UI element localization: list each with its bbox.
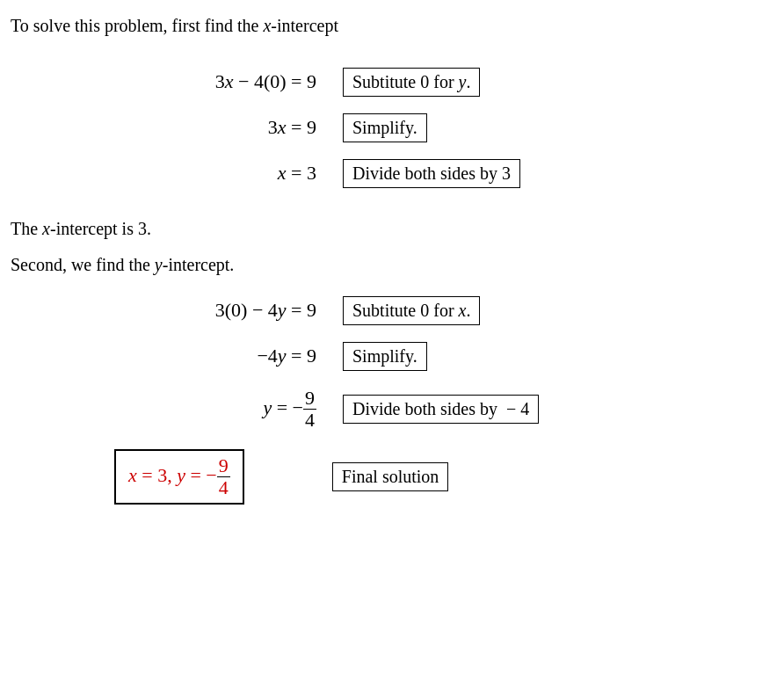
math-expr-1: 3x − 4(0) = 9 — [9, 70, 343, 93]
step-row-1: 3x − 4(0) = 9 Subtitute 0 for y. — [9, 62, 775, 101]
math-expr-4: 3(0) − 4y = 9 — [9, 299, 343, 322]
annotation-4: Subtitute 0 for x. — [343, 296, 480, 325]
annotation-2: Simplify. — [343, 113, 427, 142]
math-expr-3: x = 3 — [9, 162, 343, 185]
middle-text-1: The x-intercept is 3. — [11, 219, 775, 239]
annotation-5: Simplify. — [343, 342, 427, 371]
step-row-4: 3(0) − 4y = 9 Subtitute 0 for x. — [9, 291, 775, 330]
section2-steps: 3(0) − 4y = 9 Subtitute 0 for x. −4y = 9… — [9, 291, 775, 435]
section1-steps: 3x − 4(0) = 9 Subtitute 0 for y. 3x = 9 … — [9, 62, 775, 192]
math-expr-5: −4y = 9 — [9, 345, 343, 367]
final-row: x = 3, y = −94 Final solution — [114, 449, 775, 505]
math-expr-2: 3x = 9 — [9, 116, 343, 139]
final-annotation: Final solution — [332, 462, 449, 491]
annotation-3: Divide both sides by 3 — [343, 159, 520, 188]
final-answer-box: x = 3, y = −94 — [114, 449, 244, 505]
math-expr-6: y = −94 — [9, 389, 343, 430]
middle-text-2: Second, we find the y-intercept. — [11, 255, 775, 275]
step-row-3: x = 3 Divide both sides by 3 — [9, 154, 775, 192]
intro-text: To solve this problem, first find the x-… — [11, 16, 775, 36]
step-row-2: 3x = 9 Simplify. — [9, 108, 775, 147]
step-row-6: y = −94 Divide both sides by − 4 — [9, 382, 775, 435]
annotation-1: Subtitute 0 for y. — [343, 68, 480, 97]
step-row-5: −4y = 9 Simplify. — [9, 337, 775, 375]
annotation-6: Divide both sides by − 4 — [343, 395, 539, 424]
